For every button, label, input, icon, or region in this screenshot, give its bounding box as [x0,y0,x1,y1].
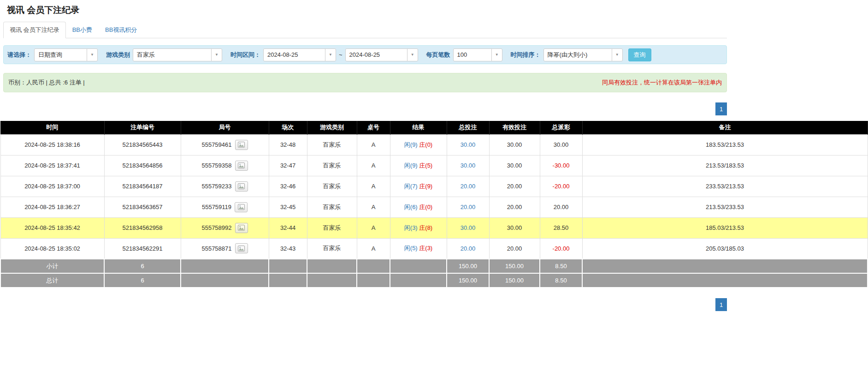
round-number: 555758992 [201,224,231,231]
sort-order-value[interactable]: 降幂(由大到小) [543,48,612,61]
cell-table-no: A [357,238,390,259]
date-to-select[interactable]: 2024-08-25 ▼ [345,48,418,61]
total-bet-link[interactable]: 30.00 [461,162,476,169]
cell-table-no: A [357,176,390,197]
footer-empty [390,273,447,288]
total-bet-link[interactable]: 20.00 [461,204,476,210]
replay-video-icon[interactable] [235,140,248,150]
result-banker: 庄(5) [419,162,432,169]
cell-valid-bet: 20.00 [489,197,540,217]
sort-order-label: 时间排序： [511,51,541,59]
cell-session: 32-46 [269,176,307,197]
footer-count: 6 [104,259,181,273]
footer-empty [269,259,307,273]
game-type-select[interactable]: 百家乐 ▼ [133,48,222,61]
time-range-label: 时间区间： [230,51,260,59]
cell-game-type: 百家乐 [307,238,357,259]
replay-video-icon[interactable] [235,181,248,192]
footer-payout: 8.50 [540,273,582,288]
total-bet-link[interactable]: 30.00 [461,141,476,148]
cell-session: 32-48 [269,134,307,155]
pagination-top: 1 [3,102,727,115]
footer-label: 总计 [0,273,104,288]
replay-video-icon[interactable] [235,202,248,212]
per-page-select[interactable]: 100 ▼ [453,48,502,61]
cell-total-bet: 30.00 [447,155,489,176]
result-banker: 庄(3) [419,245,432,252]
column-header: 局号 [181,121,269,134]
cell-valid-bet: 20.00 [489,176,540,197]
chevron-down-icon[interactable]: ▼ [211,48,222,61]
query-type-value[interactable]: 日期查询 [34,48,87,61]
chevron-down-icon[interactable]: ▼ [612,48,623,61]
pagination-bottom: 1 [3,298,727,311]
cell-session: 32-43 [269,238,307,259]
cell-bet-id: 521834562958 [104,217,181,238]
search-button[interactable]: 查询 [628,48,651,61]
date-from-select[interactable]: 2024-08-25 ▼ [263,48,336,61]
column-header: 备注 [582,121,868,134]
pagination-page-1-bottom[interactable]: 1 [715,298,727,311]
cell-time: 2024-08-25 18:37:00 [0,176,104,197]
result-player: 闲(9) [404,162,418,169]
footer-total-bet: 150.00 [447,259,489,273]
cell-result: 闲(9) 庄(5) [390,155,447,176]
game-type-value[interactable]: 百家乐 [133,48,212,61]
table-header-row: 时间注单编号局号场次游戏类别桌号结果总投注有效投注总派彩备注 [0,121,868,134]
table-row: 2024-08-25 18:36:27521834563657555759119… [0,197,868,217]
total-bet-link[interactable]: 20.00 [461,183,476,190]
cell-round-id: 555758871 [181,238,269,259]
table-row: 2024-08-25 18:35:42521834562958555758992… [0,217,868,238]
cell-valid-bet: 30.00 [489,217,540,238]
total-bet-link[interactable]: 30.00 [461,224,476,231]
chevron-down-icon[interactable]: ▼ [87,48,98,61]
cell-valid-bet: 20.00 [489,238,540,259]
cell-payout: -20.00 [540,238,582,259]
betting-records-table: 时间注单编号局号场次游戏类别桌号结果总投注有效投注总派彩备注 2024-08-2… [0,121,868,288]
cell-game-type: 百家乐 [307,176,357,197]
per-page-value[interactable]: 100 [453,48,492,61]
tab-bb-video-points[interactable]: BB视讯积分 [99,22,143,38]
info-bar: 币别：人民币 | 总共 :6 注单 | 同局有效投注，统一计算在该局第一张注单内 [3,73,727,92]
cell-round-id: 555759233 [181,176,269,197]
tab-betting-records[interactable]: 视讯 会员下注纪录 [3,22,66,38]
column-header: 注单编号 [104,121,181,134]
cell-round-id: 555759119 [181,197,269,217]
result-player: 闲(9) [404,141,418,148]
replay-video-icon[interactable] [235,161,248,171]
cell-time: 2024-08-25 18:36:27 [0,197,104,217]
cell-bet-id: 521834564856 [104,155,181,176]
pagination-page-1[interactable]: 1 [715,102,727,115]
column-header: 桌号 [357,121,390,134]
chevron-down-icon[interactable]: ▼ [491,48,502,61]
footer-label: 小计 [0,259,104,273]
cell-total-bet: 30.00 [447,134,489,155]
sort-order-select[interactable]: 降幂(由大到小) ▼ [543,48,623,61]
replay-video-icon[interactable] [235,223,248,233]
tab-bb-tip[interactable]: BB小费 [66,22,99,38]
footer-empty [269,273,307,288]
chevron-down-icon[interactable]: ▼ [407,48,418,61]
cell-table-no: A [357,155,390,176]
round-number: 555759461 [201,141,231,148]
result-banker: 庄(0) [419,204,432,210]
cell-remark: 205.03/185.03 [582,238,868,259]
date-from-value[interactable]: 2024-08-25 [263,48,325,61]
table-row: 2024-08-25 18:37:00521834564187555759233… [0,176,868,197]
round-number: 555759358 [201,162,231,169]
cell-game-type: 百家乐 [307,155,357,176]
replay-video-icon[interactable] [235,243,248,253]
cell-remark: 233.53/213.53 [582,176,868,197]
cell-result: 闲(9) 庄(0) [390,134,447,155]
query-type-select[interactable]: 日期查询 ▼ [34,48,98,61]
cell-total-bet: 20.00 [447,238,489,259]
date-to-value[interactable]: 2024-08-25 [345,48,407,61]
result-player: 闲(7) [404,183,418,190]
cell-session: 32-44 [269,217,307,238]
total-bet-link[interactable]: 20.00 [461,245,476,252]
cell-remark: 185.03/213.53 [582,217,868,238]
cell-result: 闲(6) 庄(0) [390,197,447,217]
cell-payout: -30.00 [540,155,582,176]
chevron-down-icon[interactable]: ▼ [325,48,336,61]
cell-result: 闲(5) 庄(3) [390,238,447,259]
